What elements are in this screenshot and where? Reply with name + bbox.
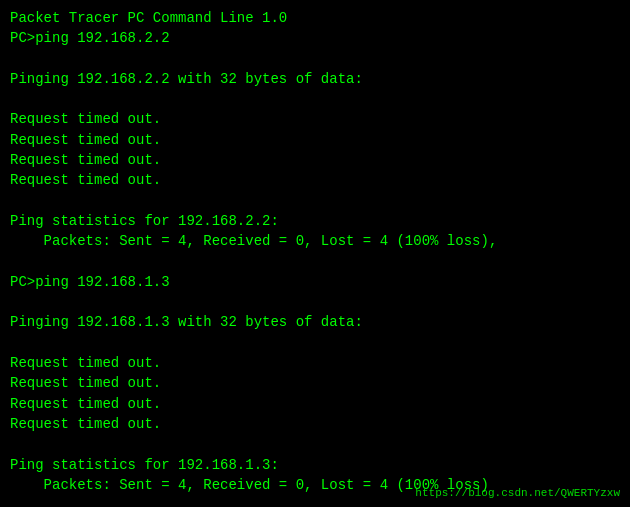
- terminal-line: Ping statistics for 192.168.1.3:: [10, 455, 620, 475]
- terminal-line: Request timed out.: [10, 150, 620, 170]
- terminal-line: Request timed out.: [10, 414, 620, 434]
- terminal-line: Ping statistics for 192.168.2.2:: [10, 211, 620, 231]
- terminal-line: Request timed out.: [10, 353, 620, 373]
- terminal-line: Request timed out.: [10, 170, 620, 190]
- terminal-line: Request timed out.: [10, 130, 620, 150]
- terminal-line: PC>ping 192.168.1.3: [10, 272, 620, 292]
- terminal-window: Packet Tracer PC Command Line 1.0PC>ping…: [0, 0, 630, 507]
- terminal-output: Packet Tracer PC Command Line 1.0PC>ping…: [10, 8, 620, 495]
- terminal-line: Pinging 192.168.2.2 with 32 bytes of dat…: [10, 69, 620, 89]
- terminal-line: Packet Tracer PC Command Line 1.0: [10, 8, 620, 28]
- terminal-line: Request timed out.: [10, 373, 620, 393]
- terminal-line: Request timed out.: [10, 394, 620, 414]
- terminal-line: Packets: Sent = 4, Received = 0, Lost = …: [10, 231, 620, 251]
- terminal-line: Request timed out.: [10, 109, 620, 129]
- terminal-line: PC>ping 192.168.2.2: [10, 28, 620, 48]
- terminal-line: Pinging 192.168.1.3 with 32 bytes of dat…: [10, 312, 620, 332]
- watermark: https://blog.csdn.net/QWERTYzxw: [415, 487, 620, 499]
